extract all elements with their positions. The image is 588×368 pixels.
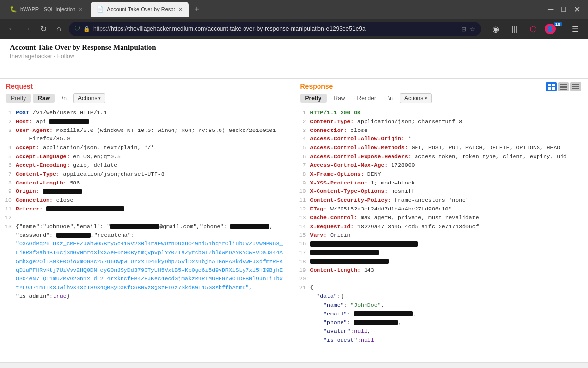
line-content: "is_guest":null [310, 336, 374, 344]
line-content: Access-Control-Max-Age: 1728000 [310, 161, 415, 170]
line-content: Content-Length: 143 [310, 266, 374, 275]
extension-icon[interactable]: ⬡ [526, 22, 540, 36]
request-panel: Request Pretty Raw \n Actions ▾ 1 POST /… [0, 79, 294, 362]
response-panel: Response Pretty Raw Render \n Actions ▾ … [294, 79, 588, 362]
line-number: 4 [4, 143, 12, 152]
compact-view-button[interactable] [570, 82, 581, 91]
tab-bwapp[interactable]: 🐛 bWAPP - SQL Injection ✕ [4, 2, 89, 17]
table-row: 15 Vary: Origin [298, 231, 585, 239]
home-button[interactable]: ⌂ [53, 23, 65, 35]
line-content: "phone": , [310, 318, 402, 327]
line-number: 3 [4, 126, 12, 135]
response-code-area[interactable]: 1 HTTP/1.1 200 OK 2 Content-Type: applic… [294, 105, 588, 362]
line-content: "is_admin":true} [16, 292, 70, 301]
svg-rect-9 [572, 88, 579, 89]
shield-icon: 🛡 [74, 26, 80, 32]
line-content [310, 239, 418, 248]
table-row: 7 Access-Control-Max-Age: 1728000 [298, 161, 585, 170]
line-number: 18 [298, 257, 306, 266]
table-row: 21 { [298, 283, 585, 292]
line-content: Referer: [16, 205, 124, 213]
line-number: 6 [298, 152, 306, 161]
line-content: Firefox/85.0 [16, 134, 70, 143]
tab-close-2[interactable]: ✕ [178, 6, 183, 13]
maximize-button[interactable]: □ [561, 5, 566, 14]
line-content: "email": , [310, 310, 416, 318]
star-icon[interactable]: ☆ [469, 26, 475, 33]
request-panel-header: Request Pretty Raw \n Actions ▾ [0, 79, 294, 105]
response-newline-tab[interactable]: \n [383, 94, 398, 103]
table-row: 13 {"name":"JohnDoe","email": "@gmail.co… [4, 222, 290, 231]
response-raw-tab[interactable]: Raw [329, 94, 350, 103]
page-title: Account Take Over by Response Manipulati… [10, 43, 578, 52]
table-row: 6 Accept-Encoding: gzip, deflate [4, 161, 290, 170]
line-content: POST /v1/web/users HTTP/1.1 [16, 108, 107, 117]
response-actions-label: Actions [404, 95, 423, 102]
request-code-area[interactable]: 1 POST /v1/web/users HTTP/1.1 2 Host: ap… [0, 105, 294, 362]
line-number: 17 [298, 248, 306, 257]
table-row: 10 Connection: close [4, 196, 290, 205]
back-button[interactable]: ← [6, 23, 18, 35]
line-content: X-Content-Type-Options: nosniff [310, 187, 415, 196]
minimize-button[interactable]: ─ [548, 5, 553, 14]
table-row: 4 Accept: application/json, text/plain, … [4, 143, 290, 152]
line-content: Cache-Control: max-age=0, private, must-… [310, 213, 479, 222]
list-view-button[interactable] [558, 82, 569, 91]
tab-label-1: bWAPP - SQL Injection [20, 6, 75, 12]
table-row: 12 [4, 213, 290, 222]
grid-view-button[interactable] [546, 82, 557, 91]
table-row: "email": , [298, 310, 585, 318]
request-panel-title: Request [6, 82, 288, 90]
line-number [298, 301, 306, 310]
forward-button[interactable]: → [22, 23, 33, 35]
response-pretty-tab[interactable]: Pretty [300, 94, 327, 103]
line-content: Content-Security-Policy: frame-ancestors… [310, 196, 469, 205]
line-number: 11 [298, 196, 306, 205]
line-number: 1 [4, 108, 12, 117]
response-render-tab[interactable]: Render [352, 94, 381, 103]
line-content: Accept: application/json, text/plain, */… [16, 143, 154, 152]
tab-bar: 🐛 bWAPP - SQL Injection ✕ 📄 Account Take… [0, 0, 588, 19]
address-bar[interactable]: 🛡 🔒 https://https://thevillagehacker.med… [69, 22, 481, 36]
svg-rect-0 [548, 84, 551, 86]
container-icon[interactable]: ◉ [489, 22, 503, 36]
table-row: qD1uPFHRvKtj7UiVvv2HQ0DN_eyGOnJSyDd3790T… [4, 266, 290, 275]
line-content: Origin: [16, 187, 82, 196]
response-actions-dropdown[interactable]: Actions ▾ [400, 93, 432, 103]
request-newline-tab[interactable]: \n [57, 94, 72, 103]
line-number: 1 [298, 108, 306, 117]
line-number: 20 [298, 274, 306, 283]
response-panel-header: Response Pretty Raw Render \n Actions ▾ [294, 79, 588, 105]
close-button[interactable]: ✕ [574, 5, 580, 14]
bookmark-icon[interactable]: ||| [508, 22, 521, 36]
screenshot-icon[interactable]: ⊟ [461, 26, 466, 33]
request-actions-dropdown[interactable]: Actions ▾ [74, 93, 105, 103]
menu-button[interactable]: ☰ [568, 22, 582, 36]
line-number: 7 [4, 170, 12, 179]
line-number: 12 [298, 205, 306, 213]
line-content: Content-Type: application/json;charset=U… [16, 170, 165, 179]
table-row: 4 Access-Control-Allow-Origin: * [298, 134, 585, 143]
line-content: "data":{ [310, 292, 344, 301]
line-content: O3O4eN7-QI1mUZMvG2Gn1x-d-2-4rxkncfFB4ZHJ… [16, 274, 283, 283]
new-tab-button[interactable]: + [191, 3, 203, 16]
table-row: 14 X-Request-Id: 18229a47-3b95-4cd5-a1fc… [298, 222, 585, 231]
line-content: LiHR8fSab4BI6cj3nGV0mro3lxXAeF0r00BytmQV… [16, 248, 283, 257]
line-number: 3 [298, 126, 306, 135]
request-pretty-tab[interactable]: Pretty [6, 94, 31, 103]
tab-close-1[interactable]: ✕ [78, 6, 83, 13]
tab-article[interactable]: 📄 Account Take Over by Response M... ✕ [91, 2, 189, 17]
address-bar-icons: ⊟ ☆ [461, 26, 475, 33]
line-number: 21 [298, 283, 306, 292]
line-content: ETag: W/"05f52a3ef24dd7d1b4a4bc27fd986d1… [310, 205, 452, 213]
table-row: "is_admin":true} [4, 292, 290, 301]
table-row: LiHR8fSab4BI6cj3nGV0mro3lxXAeF0r00BytmQV… [4, 248, 290, 257]
reload-button[interactable]: ↻ [37, 23, 49, 35]
line-content: qD1uPFHRvKtj7UiVvv2HQ0DN_eyGOnJSyDd3790T… [16, 266, 283, 275]
table-row: 13 Cache-Control: max-age=0, private, mu… [298, 213, 585, 222]
table-row: 1 POST /v1/web/users HTTP/1.1 [4, 108, 290, 117]
line-number: 8 [298, 170, 306, 179]
table-row: 5mhXge2OlTSMkE0OioxmOG3c257u6OwpW_UrxxID… [4, 257, 290, 266]
line-number: 14 [298, 222, 306, 231]
request-raw-tab[interactable]: Raw [33, 94, 55, 103]
